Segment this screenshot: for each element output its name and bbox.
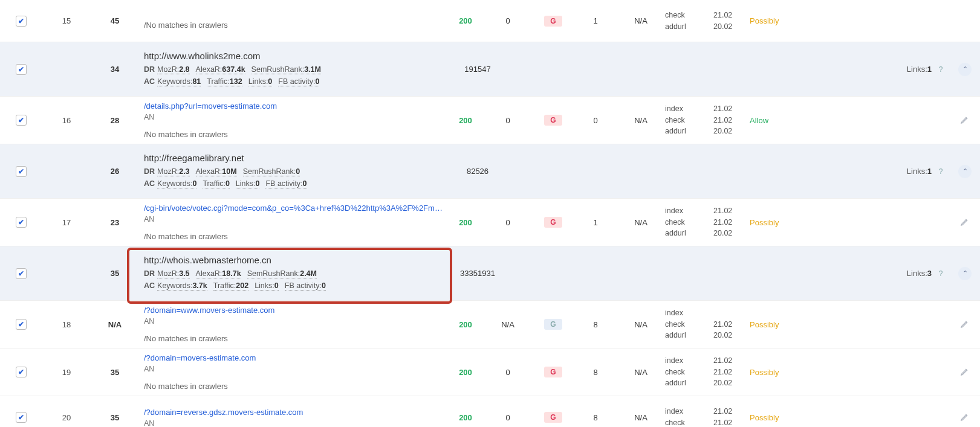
g-badge: G [544, 319, 562, 330]
row-checkbox[interactable] [16, 319, 27, 330]
row-checkbox[interactable] [16, 367, 27, 377]
row-index: 19 [42, 368, 91, 377]
col-na: N/A [617, 413, 665, 422]
domain-title[interactable]: http://whois.webmasterhome.cn [144, 255, 443, 265]
row-index: 17 [42, 218, 91, 227]
mozr-link[interactable]: MozR:2.3 [157, 167, 190, 176]
row-checkbox[interactable] [16, 64, 27, 75]
allow-status: Possibly [750, 320, 792, 329]
domain-row: 26http://freegamelibrary.netDRMozR:2.3Al… [0, 144, 980, 199]
alexar-link[interactable]: AlexaR:637.4k [196, 65, 245, 74]
g-badge: G [544, 217, 562, 228]
allow-status: Allow [750, 116, 792, 125]
url-row: 1545/No matches in crawlers2000G1N/Achec… [0, 0, 980, 42]
semrush-link[interactable]: SemRushRank:0 [243, 167, 300, 176]
col-count-b: 8 [574, 368, 617, 377]
row-index: 16 [42, 116, 91, 125]
edit-icon[interactable] [960, 115, 970, 124]
edit-icon[interactable] [960, 319, 970, 329]
domain-metrics-ac: ACKeywords:81Traffic:132Links:0FB activi… [144, 75, 443, 88]
help-icon[interactable]: ? [932, 167, 950, 176]
col-count-a: 0 [484, 368, 532, 377]
page-url[interactable]: /?domain=movers-estimate.com [144, 353, 443, 362]
edit-icon[interactable] [960, 367, 970, 376]
row-checkbox[interactable] [16, 217, 27, 228]
http-status: 200 [447, 16, 484, 25]
links-metric[interactable]: Links:0 [236, 179, 260, 188]
row-checkbox[interactable] [16, 16, 27, 27]
date-col: 21.0220.02 [713, 10, 750, 33]
collapse-icon[interactable]: ⌃ [958, 63, 972, 76]
domain-metrics-ac: ACKeywords:3.7kTraffic:202Links:0FB acti… [144, 280, 443, 292]
row-rank: 35 [91, 368, 139, 377]
traffic-link[interactable]: Traffic:0 [203, 179, 229, 188]
row-checkbox[interactable] [16, 268, 27, 279]
g-badge: G [544, 115, 562, 126]
row-checkbox[interactable] [16, 115, 27, 126]
page-url[interactable]: /?domain=reverse.gdsz.movers-estimate.co… [144, 408, 443, 417]
index-actions: indexcheckaddurl [665, 355, 713, 389]
no-match-text: /No matches in crawlers [144, 334, 443, 343]
date-col: 21.0221.0220.02 [713, 205, 750, 239]
index-actions: indexcheckaddurl [665, 205, 713, 239]
domain-title[interactable]: http://www.wholinks2me.com [144, 51, 443, 61]
http-status: 200 [447, 116, 484, 125]
fb-link[interactable]: FB activity:0 [278, 77, 319, 86]
url-row: 2035/?domain=reverse.gdsz.movers-estimat… [0, 396, 980, 427]
row-checkbox[interactable] [16, 166, 27, 177]
page-url[interactable]: /cgi-bin/votec/votec.cgi?mode=com&p_co=%… [144, 204, 443, 213]
page-url[interactable]: /details.php?url=movers-estimate.com [144, 101, 443, 111]
col-count-b: 8 [574, 320, 617, 329]
http-status: 200 [447, 320, 484, 329]
keywords-link[interactable]: Keywords:3.7k [157, 281, 207, 291]
col-count-a: 0 [484, 413, 532, 422]
fb-link[interactable]: FB activity:0 [285, 281, 326, 291]
anchor-label: AN [144, 113, 443, 121]
mozr-link[interactable]: MozR:3.5 [157, 269, 190, 278]
keywords-link[interactable]: Keywords:81 [157, 77, 201, 86]
domain-row: 35http://whois.webmasterhome.cnDRMozR:3.… [0, 246, 980, 301]
domain-title[interactable]: http://freegamelibrary.net [144, 153, 443, 163]
page-url[interactable]: /?domain=www.movers-estimate.com [144, 306, 443, 315]
date-col: 21.0221.0220.02 [713, 355, 750, 389]
help-icon[interactable]: ? [932, 269, 950, 278]
anchor-label: AN [144, 365, 443, 373]
semrush-link[interactable]: SemRushRank:2.4M [247, 269, 317, 278]
alexar-link[interactable]: AlexaR:18.7k [196, 269, 241, 278]
alexar-link[interactable]: AlexaR:10M [196, 167, 237, 176]
edit-icon[interactable] [960, 217, 970, 226]
col-na: N/A [617, 116, 665, 125]
links-count: Links:1 [877, 65, 932, 74]
col-na: N/A [617, 16, 665, 25]
domain-metrics-ac: ACKeywords:0Traffic:0Links:0FB activity:… [144, 178, 443, 190]
links-metric[interactable]: Links:0 [248, 77, 273, 86]
keywords-link[interactable]: Keywords:0 [157, 179, 196, 188]
allow-status: Possibly [750, 368, 792, 377]
row-rank: 45 [91, 16, 139, 25]
help-icon[interactable]: ? [932, 65, 950, 74]
date-col: 21.0221.0220.02 [713, 103, 750, 137]
allow-status: Possibly [750, 218, 792, 227]
index-actions: indexcheck [665, 406, 713, 427]
url-row: 1935/?domain=movers-estimate.comAN/No ma… [0, 348, 980, 396]
anchor-label: AN [144, 215, 443, 223]
collapse-icon[interactable]: ⌃ [958, 165, 972, 178]
fb-link[interactable]: FB activity:0 [265, 179, 307, 188]
traffic-link[interactable]: Traffic:202 [213, 281, 248, 291]
col-count-b: 1 [574, 218, 617, 227]
edit-icon[interactable] [960, 412, 970, 422]
traffic-link[interactable]: Traffic:132 [207, 77, 242, 86]
row-checkbox[interactable] [16, 412, 27, 423]
col-count-b: 8 [574, 413, 617, 422]
collapse-icon[interactable]: ⌃ [958, 267, 972, 280]
g-badge: G [544, 367, 562, 377]
semrush-link[interactable]: SemRushRank:3.1M [251, 65, 321, 74]
mozr-link[interactable]: MozR:2.8 [157, 65, 190, 74]
no-match-text: /No matches in crawlers [144, 130, 443, 139]
domain-rank: 34 [91, 65, 139, 74]
allow-status: Possibly [750, 413, 792, 422]
allow-status: Possibly [750, 16, 792, 25]
links-metric[interactable]: Links:0 [255, 281, 279, 291]
col-count-b: 0 [574, 116, 617, 125]
domain-metrics-dr: DRMozR:3.5AlexaR:18.7kSemRushRank:2.4M [144, 268, 443, 280]
